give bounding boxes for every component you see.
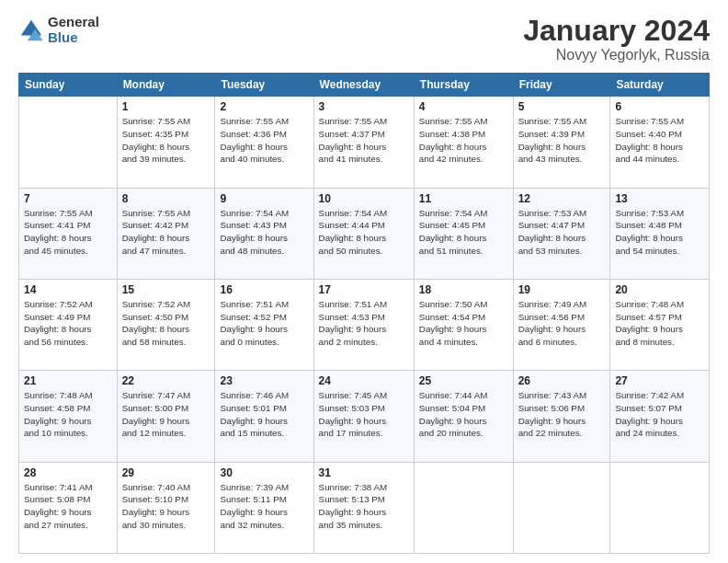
- day-info: Sunrise: 7:40 AMSunset: 5:10 PMDaylight:…: [122, 481, 210, 532]
- day-number: 16: [220, 283, 308, 296]
- svg-marker-0: [21, 19, 41, 35]
- day-number: 21: [24, 374, 112, 387]
- table-row: 3Sunrise: 7:55 AMSunset: 4:37 PMDaylight…: [313, 97, 414, 188]
- header-monday: Monday: [117, 74, 215, 97]
- day-number: 14: [24, 283, 112, 296]
- day-info: Sunrise: 7:54 AMSunset: 4:44 PMDaylight:…: [319, 207, 409, 258]
- table-row: 16Sunrise: 7:51 AMSunset: 4:52 PMDayligh…: [215, 279, 313, 370]
- table-row: 7Sunrise: 7:55 AMSunset: 4:41 PMDaylight…: [19, 188, 118, 279]
- table-row: 5Sunrise: 7:55 AMSunset: 4:39 PMDaylight…: [513, 97, 610, 188]
- calendar-header-row: Sunday Monday Tuesday Wednesday Thursday…: [19, 74, 710, 97]
- day-number: 2: [220, 100, 308, 113]
- table-row: 31Sunrise: 7:38 AMSunset: 5:13 PMDayligh…: [313, 462, 414, 553]
- day-info: Sunrise: 7:53 AMSunset: 4:48 PMDaylight:…: [615, 207, 704, 258]
- logo-general: General: [48, 15, 99, 30]
- header-wednesday: Wednesday: [313, 74, 414, 97]
- day-info: Sunrise: 7:42 AMSunset: 5:07 PMDaylight:…: [615, 389, 704, 440]
- calendar-week-row: 14Sunrise: 7:52 AMSunset: 4:49 PMDayligh…: [19, 279, 710, 370]
- header: General Blue January 2024 Novyy Yegorlyk…: [18, 15, 710, 63]
- day-info: Sunrise: 7:45 AMSunset: 5:03 PMDaylight:…: [319, 389, 409, 440]
- table-row: 8Sunrise: 7:55 AMSunset: 4:42 PMDaylight…: [117, 188, 215, 279]
- table-row: 17Sunrise: 7:51 AMSunset: 4:53 PMDayligh…: [313, 279, 414, 370]
- day-number: 28: [24, 466, 112, 479]
- day-info: Sunrise: 7:44 AMSunset: 5:04 PMDaylight:…: [419, 389, 508, 440]
- table-row: 9Sunrise: 7:54 AMSunset: 4:43 PMDaylight…: [215, 188, 313, 279]
- day-number: 6: [615, 100, 704, 113]
- day-number: 29: [122, 466, 210, 479]
- day-info: Sunrise: 7:43 AMSunset: 5:06 PMDaylight:…: [518, 389, 606, 440]
- day-info: Sunrise: 7:54 AMSunset: 4:45 PMDaylight:…: [419, 207, 508, 258]
- table-row: 13Sunrise: 7:53 AMSunset: 4:48 PMDayligh…: [610, 188, 710, 279]
- day-number: 8: [122, 192, 210, 205]
- calendar-week-row: 1Sunrise: 7:55 AMSunset: 4:35 PMDaylight…: [19, 97, 710, 188]
- main-title: January 2024: [523, 15, 710, 47]
- day-info: Sunrise: 7:48 AMSunset: 4:58 PMDaylight:…: [24, 389, 112, 440]
- header-thursday: Thursday: [414, 74, 513, 97]
- header-tuesday: Tuesday: [215, 74, 313, 97]
- header-friday: Friday: [513, 74, 610, 97]
- day-number: 5: [518, 100, 606, 113]
- day-number: 27: [615, 374, 704, 387]
- title-block: January 2024 Novyy Yegorlyk, Russia: [523, 15, 710, 63]
- day-info: Sunrise: 7:52 AMSunset: 4:50 PMDaylight:…: [122, 298, 210, 349]
- table-row: 23Sunrise: 7:46 AMSunset: 5:01 PMDayligh…: [215, 371, 313, 462]
- day-info: Sunrise: 7:55 AMSunset: 4:42 PMDaylight:…: [122, 207, 210, 258]
- day-info: Sunrise: 7:49 AMSunset: 4:56 PMDaylight:…: [518, 298, 606, 349]
- table-row: 20Sunrise: 7:48 AMSunset: 4:57 PMDayligh…: [610, 279, 710, 370]
- day-number: 10: [319, 192, 409, 205]
- table-row: 11Sunrise: 7:54 AMSunset: 4:45 PMDayligh…: [414, 188, 513, 279]
- logo: General Blue: [18, 15, 99, 45]
- calendar-week-row: 7Sunrise: 7:55 AMSunset: 4:41 PMDaylight…: [19, 188, 710, 279]
- table-row: 24Sunrise: 7:45 AMSunset: 5:03 PMDayligh…: [313, 371, 414, 462]
- table-row: 27Sunrise: 7:42 AMSunset: 5:07 PMDayligh…: [610, 371, 710, 462]
- day-number: 25: [419, 374, 508, 387]
- day-number: 1: [122, 100, 210, 113]
- day-info: Sunrise: 7:55 AMSunset: 4:36 PMDaylight:…: [220, 115, 308, 166]
- table-row: 15Sunrise: 7:52 AMSunset: 4:50 PMDayligh…: [117, 279, 215, 370]
- day-info: Sunrise: 7:55 AMSunset: 4:37 PMDaylight:…: [319, 115, 409, 166]
- table-row: 6Sunrise: 7:55 AMSunset: 4:40 PMDaylight…: [610, 97, 710, 188]
- subtitle: Novyy Yegorlyk, Russia: [523, 47, 710, 63]
- table-row: 14Sunrise: 7:52 AMSunset: 4:49 PMDayligh…: [19, 279, 118, 370]
- table-row: 4Sunrise: 7:55 AMSunset: 4:38 PMDaylight…: [414, 97, 513, 188]
- day-info: Sunrise: 7:48 AMSunset: 4:57 PMDaylight:…: [615, 298, 704, 349]
- day-info: Sunrise: 7:55 AMSunset: 4:41 PMDaylight:…: [24, 207, 112, 258]
- day-number: 23: [220, 374, 308, 387]
- day-number: 15: [122, 283, 210, 296]
- day-info: Sunrise: 7:55 AMSunset: 4:39 PMDaylight:…: [518, 115, 606, 166]
- table-row: 12Sunrise: 7:53 AMSunset: 4:47 PMDayligh…: [513, 188, 610, 279]
- day-info: Sunrise: 7:50 AMSunset: 4:54 PMDaylight:…: [419, 298, 508, 349]
- day-number: 26: [518, 374, 606, 387]
- calendar-week-row: 28Sunrise: 7:41 AMSunset: 5:08 PMDayligh…: [19, 462, 710, 553]
- table-row: [513, 462, 610, 553]
- table-row: 28Sunrise: 7:41 AMSunset: 5:08 PMDayligh…: [19, 462, 118, 553]
- day-number: 22: [122, 374, 210, 387]
- day-info: Sunrise: 7:51 AMSunset: 4:53 PMDaylight:…: [319, 298, 409, 349]
- day-number: 24: [319, 374, 409, 387]
- day-number: 19: [518, 283, 606, 296]
- table-row: 10Sunrise: 7:54 AMSunset: 4:44 PMDayligh…: [313, 188, 414, 279]
- day-number: 4: [419, 100, 508, 113]
- logo-icon: [18, 17, 44, 43]
- table-row: 26Sunrise: 7:43 AMSunset: 5:06 PMDayligh…: [513, 371, 610, 462]
- day-info: Sunrise: 7:55 AMSunset: 4:40 PMDaylight:…: [615, 115, 704, 166]
- table-row: 18Sunrise: 7:50 AMSunset: 4:54 PMDayligh…: [414, 279, 513, 370]
- day-info: Sunrise: 7:47 AMSunset: 5:00 PMDaylight:…: [122, 389, 210, 440]
- day-number: 30: [220, 466, 308, 479]
- table-row: [610, 462, 710, 553]
- table-row: 1Sunrise: 7:55 AMSunset: 4:35 PMDaylight…: [117, 97, 215, 188]
- day-number: 3: [319, 100, 409, 113]
- table-row: 21Sunrise: 7:48 AMSunset: 4:58 PMDayligh…: [19, 371, 118, 462]
- table-row: 30Sunrise: 7:39 AMSunset: 5:11 PMDayligh…: [215, 462, 313, 553]
- day-info: Sunrise: 7:38 AMSunset: 5:13 PMDaylight:…: [319, 481, 409, 532]
- day-info: Sunrise: 7:53 AMSunset: 4:47 PMDaylight:…: [518, 207, 606, 258]
- day-info: Sunrise: 7:54 AMSunset: 4:43 PMDaylight:…: [220, 207, 308, 258]
- day-number: 31: [319, 466, 409, 479]
- table-row: 2Sunrise: 7:55 AMSunset: 4:36 PMDaylight…: [215, 97, 313, 188]
- day-info: Sunrise: 7:39 AMSunset: 5:11 PMDaylight:…: [220, 481, 308, 532]
- calendar-table: Sunday Monday Tuesday Wednesday Thursday…: [18, 73, 710, 554]
- day-info: Sunrise: 7:55 AMSunset: 4:35 PMDaylight:…: [122, 115, 210, 166]
- table-row: [19, 97, 118, 188]
- table-row: 22Sunrise: 7:47 AMSunset: 5:00 PMDayligh…: [117, 371, 215, 462]
- table-row: 19Sunrise: 7:49 AMSunset: 4:56 PMDayligh…: [513, 279, 610, 370]
